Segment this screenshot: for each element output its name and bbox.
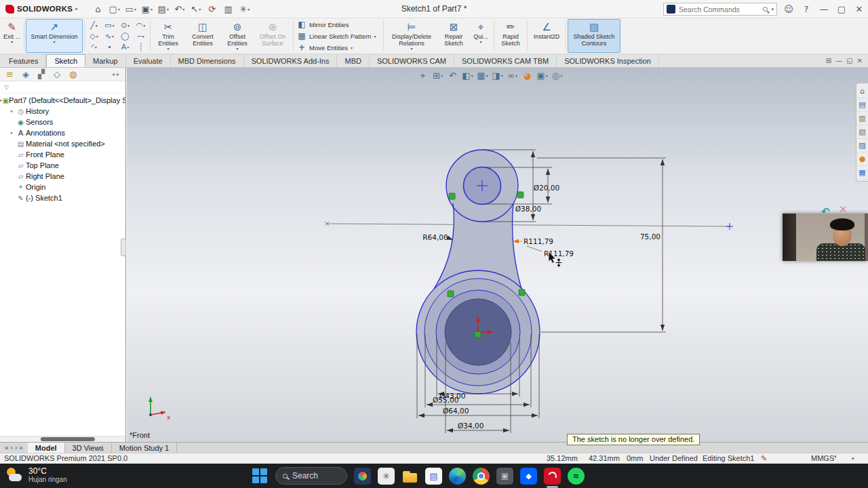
shaded-sketch-contours-button[interactable]: Shaded Sketch Contours [568, 19, 620, 53]
exit-sketch-button[interactable]: Exit ... ▾ [1, 19, 22, 53]
appearances-icon[interactable] [856, 152, 868, 166]
spotify-app-icon[interactable] [568, 468, 585, 485]
convert-entities-button[interactable]: Convert Entities [184, 19, 221, 53]
centerline-icon[interactable] [133, 30, 149, 41]
tree-item[interactable]: (-) Sketch1 [0, 192, 125, 203]
search-icon[interactable] [763, 7, 768, 12]
tab-scroll-prev-icon[interactable]: ‹ [11, 444, 13, 451]
property-manager-icon[interactable] [22, 69, 29, 79]
rectangle-icon[interactable] [102, 20, 117, 30]
tab-scroll-next-icon[interactable]: › [15, 444, 17, 451]
expand-arrow-icon[interactable]: ▸ [8, 108, 16, 114]
display-manager-icon[interactable] [69, 69, 77, 79]
command-tab[interactable]: SOLIDWORKS CAM [370, 54, 454, 67]
units-selector[interactable]: MMGS [811, 454, 834, 462]
display-style-icon[interactable] [491, 70, 504, 81]
tree-item[interactable]: Origin [0, 182, 125, 192]
status-customize-icon[interactable]: ▪ [852, 454, 854, 462]
edge-app-icon[interactable] [449, 468, 466, 485]
circle-icon[interactable] [117, 20, 133, 30]
solidworks-app-icon[interactable] [544, 468, 561, 485]
print-icon[interactable] [157, 2, 170, 16]
zoom-area-icon[interactable] [431, 70, 444, 81]
dimension-r64[interactable]: R64,00 [422, 233, 453, 241]
spline-icon[interactable] [102, 30, 117, 41]
command-tab[interactable]: SOLIDWORKS CAM TBM [454, 54, 557, 67]
maximize-icon[interactable] [833, 0, 850, 18]
command-tab[interactable]: Markup [85, 54, 126, 67]
new-document-icon[interactable] [108, 2, 121, 16]
units-caret-icon[interactable]: ▾ [834, 454, 837, 460]
tree-item[interactable]: ▸ History [0, 106, 125, 117]
solidworks-resources-icon[interactable] [856, 98, 868, 112]
quick-snaps-button[interactable]: Qui... ▾ [469, 19, 492, 53]
win-minimize-icon[interactable] [835, 57, 842, 64]
point-icon[interactable] [102, 41, 117, 52]
repair-sketch-button[interactable]: Repair Sketch [438, 19, 469, 53]
display-delete-relations-button[interactable]: Display/Delete Relations ▾ [385, 19, 438, 53]
dimxpert-manager-icon[interactable] [54, 69, 60, 79]
relation-badge[interactable] [448, 291, 454, 297]
close-icon[interactable] [850, 0, 868, 18]
funnel-icon[interactable] [4, 84, 9, 91]
open-icon[interactable] [124, 2, 138, 16]
search-caret-icon[interactable]: ▾ [771, 7, 774, 12]
relation-badge[interactable] [517, 192, 524, 198]
relation-badge[interactable] [449, 193, 455, 199]
fillet-icon[interactable] [86, 41, 102, 52]
home-icon[interactable] [92, 2, 105, 16]
start-button[interactable] [251, 467, 269, 485]
relation-badge[interactable] [519, 289, 525, 296]
document-tab[interactable]: Model [28, 443, 65, 453]
polygon-icon[interactable] [86, 30, 102, 41]
feature-manager-icon[interactable] [6, 69, 14, 79]
pin-icon[interactable] [826, 57, 831, 64]
user-icon[interactable] [780, 0, 797, 18]
chrome-app-icon[interactable] [473, 468, 490, 485]
hide-show-items-icon[interactable] [506, 70, 519, 81]
view-palette-icon[interactable] [856, 139, 868, 152]
tree-item[interactable]: Top Plane [0, 160, 125, 171]
linear-sketch-pattern-button[interactable]: Linear Sketch Pattern ▾ [297, 30, 380, 41]
help-icon[interactable] [797, 0, 815, 18]
undo-icon[interactable] [173, 2, 186, 16]
edit-appearance-icon[interactable] [521, 70, 534, 81]
ellipse-icon[interactable] [117, 30, 133, 41]
photos-app-icon[interactable] [354, 468, 371, 485]
construction-icon[interactable] [133, 41, 149, 52]
section-view-icon[interactable] [461, 70, 474, 81]
view-orientation-icon[interactable] [476, 70, 489, 81]
custom-properties-icon[interactable] [856, 166, 868, 180]
select-icon[interactable] [189, 2, 203, 16]
sketch-canvas[interactable]: Ø20,00 Ø38,00 75,00 [127, 68, 868, 442]
document-tab[interactable]: 3D Views [65, 443, 112, 453]
mirror-entities-button[interactable]: Mirror Entities [297, 19, 380, 30]
relation-badge[interactable] [475, 331, 481, 338]
notes-app-icon[interactable] [425, 468, 442, 485]
command-tab[interactable]: MBD [337, 54, 369, 67]
rapid-sketch-button[interactable]: Rapid Sketch [496, 19, 526, 53]
taskbar-search[interactable]: Search [275, 467, 347, 485]
save-icon[interactable] [140, 2, 154, 16]
file-explorer-pane-icon[interactable] [856, 125, 868, 139]
tree-item[interactable]: ▸ Annotations [0, 127, 125, 138]
panel-scroll-left-icon[interactable]: ◂ [112, 71, 115, 77]
offset-entities-button[interactable]: Offset Entities ▾ [221, 19, 254, 53]
command-tab[interactable]: Sketch [46, 54, 85, 67]
dimension-r111-selected[interactable]: R111,79 [513, 237, 553, 245]
settings-app-icon[interactable] [378, 468, 395, 485]
zoom-fit-icon[interactable] [416, 70, 429, 81]
logo-caret-icon[interactable]: ▸ [75, 6, 78, 12]
command-search[interactable]: ▾ [663, 3, 777, 16]
scrollbar-thumb[interactable] [41, 437, 95, 441]
command-tab[interactable]: Evaluate [126, 54, 171, 67]
document-tab[interactable]: Motion Study 1 [112, 443, 177, 453]
command-tab[interactable]: SOLIDWORKS Add-Ins [244, 54, 338, 67]
smart-dimension-button[interactable]: Smart Dimension ▾ [26, 19, 83, 53]
text-icon[interactable] [117, 41, 133, 52]
tree-item[interactable]: ▸ Part7 (Default<<Default>_Display S [0, 95, 125, 106]
weather-widget[interactable]: 30°C Hujan ringan [5, 466, 67, 484]
command-tab[interactable]: SOLIDWORKS Inspection [557, 54, 659, 67]
view-settings-icon[interactable] [551, 70, 564, 81]
design-library-icon[interactable] [856, 112, 868, 125]
